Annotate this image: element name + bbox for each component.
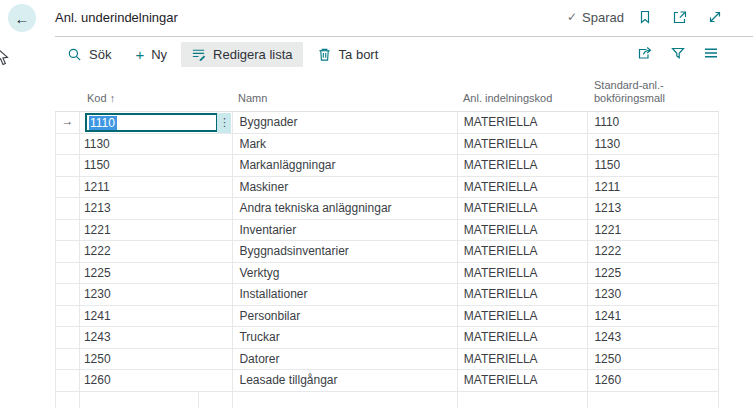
bokforingsmall-cell[interactable]: 1150 — [587, 155, 718, 176]
bokforingsmall-cell[interactable]: 1222 — [587, 241, 718, 262]
row-selector-cell[interactable] — [56, 263, 79, 284]
table-row[interactable]: 1130MarkMATERIELLA1130 — [55, 134, 719, 156]
indelningskod-cell[interactable]: MATERIELLA — [457, 370, 588, 391]
namn-cell[interactable]: Markanläggningar — [232, 155, 456, 176]
row-selector-cell[interactable]: → — [56, 112, 79, 133]
row-selector-cell[interactable] — [56, 370, 79, 391]
table-row[interactable]: 1243TruckarMATERIELLA1243 — [55, 327, 719, 349]
list-options-icon[interactable] — [703, 45, 719, 61]
kod-cell[interactable]: 1150 — [79, 155, 233, 176]
back-button[interactable]: ← — [8, 4, 36, 32]
kod-cell[interactable]: 1130 — [79, 134, 233, 155]
column-header-namn[interactable]: Namn — [232, 92, 457, 111]
namn-cell[interactable]: Andra tekniska anläggningar — [232, 198, 456, 219]
table-row[interactable]: 1230InstallationerMATERIELLA1230 — [55, 284, 719, 306]
table-row[interactable]: →1110⋮ByggnaderMATERIELLA1110 — [55, 112, 719, 134]
kod-cell[interactable]: 1221 — [79, 220, 233, 241]
kod-cell[interactable]: 1110⋮ — [79, 112, 233, 133]
kod-cell[interactable]: 1211 — [79, 177, 233, 198]
bokforingsmall-cell[interactable]: 1260 — [587, 370, 718, 391]
share-icon[interactable] — [637, 45, 653, 61]
namn-cell[interactable]: Byggnadsinventarier — [232, 241, 456, 262]
kod-cell[interactable]: 1230 — [79, 284, 233, 305]
column-header-kod[interactable]: Kod ↑ — [78, 92, 232, 111]
namn-cell[interactable]: Datorer — [232, 349, 456, 370]
edit-list-button[interactable]: Redigera lista — [181, 42, 303, 67]
table-row[interactable]: 1211MaskinerMATERIELLA1211 — [55, 177, 719, 199]
indelningskod-cell[interactable]: MATERIELLA — [457, 134, 588, 155]
indelningskod-cell[interactable]: MATERIELLA — [457, 284, 588, 305]
indelningskod-cell[interactable]: MATERIELLA — [457, 349, 588, 370]
indelningskod-cell[interactable]: MATERIELLA — [457, 198, 588, 219]
bokforingsmall-cell[interactable]: 1250 — [587, 349, 718, 370]
row-selector-cell[interactable] — [56, 284, 79, 305]
bokforingsmall-cell[interactable]: 1110 — [587, 112, 718, 133]
kod-cell[interactable]: 1241 — [79, 306, 233, 327]
bokforingsmall-cell[interactable]: 1230 — [587, 284, 718, 305]
indelningskod-cell[interactable] — [457, 392, 588, 408]
kod-cell[interactable] — [79, 392, 198, 408]
row-selector-cell[interactable] — [56, 392, 79, 408]
indelningskod-cell[interactable]: MATERIELLA — [457, 112, 588, 133]
kod-cell[interactable]: 1260 — [79, 370, 233, 391]
bokforingsmall-cell[interactable]: 1130 — [587, 134, 718, 155]
kod-cell-end[interactable] — [198, 392, 233, 408]
table-row[interactable]: 1150MarkanläggningarMATERIELLA1150 — [55, 155, 719, 177]
kod-edit-input[interactable]: 1110 — [85, 113, 218, 132]
row-selector-cell[interactable] — [56, 306, 79, 327]
indelningskod-cell[interactable]: MATERIELLA — [457, 263, 588, 284]
row-selector-cell[interactable] — [56, 220, 79, 241]
namn-cell[interactable]: Installationer — [232, 284, 456, 305]
bookmark-icon[interactable] — [637, 9, 653, 25]
table-row[interactable]: 1221InventarierMATERIELLA1221 — [55, 220, 719, 242]
namn-cell[interactable] — [232, 392, 456, 408]
table-row-empty[interactable] — [55, 392, 719, 408]
bokforingsmall-cell[interactable]: 1211 — [587, 177, 718, 198]
indelningskod-cell[interactable]: MATERIELLA — [457, 155, 588, 176]
namn-cell[interactable]: Inventarier — [232, 220, 456, 241]
bokforingsmall-cell[interactable]: 1241 — [587, 306, 718, 327]
indelningskod-cell[interactable]: MATERIELLA — [457, 177, 588, 198]
namn-cell[interactable]: Maskiner — [232, 177, 456, 198]
row-selector-cell[interactable] — [56, 241, 79, 262]
delete-button[interactable]: Ta bort — [307, 42, 389, 67]
kod-cell[interactable]: 1225 — [79, 263, 233, 284]
bokforingsmall-cell[interactable]: 1213 — [587, 198, 718, 219]
table-row[interactable]: 1250DatorerMATERIELLA1250 — [55, 349, 719, 371]
namn-cell[interactable]: Byggnader — [232, 112, 456, 133]
row-ellipsis-menu[interactable]: ⋮ — [217, 113, 231, 133]
namn-cell[interactable]: Truckar — [232, 327, 456, 348]
search-button[interactable]: Sök — [57, 42, 121, 67]
namn-cell[interactable]: Verktyg — [232, 263, 456, 284]
table-row[interactable]: 1213Andra tekniska anläggningarMATERIELL… — [55, 198, 719, 220]
row-selector-cell[interactable] — [56, 155, 79, 176]
row-selector-cell[interactable] — [56, 349, 79, 370]
bokforingsmall-cell[interactable]: 1243 — [587, 327, 718, 348]
table-row[interactable]: 1241PersonbilarMATERIELLA1241 — [55, 306, 719, 328]
row-selector-cell[interactable] — [56, 134, 79, 155]
row-selector-cell[interactable] — [56, 198, 79, 219]
bokforingsmall-cell[interactable]: 1225 — [587, 263, 718, 284]
table-row[interactable]: 1225VerktygMATERIELLA1225 — [55, 263, 719, 285]
indelningskod-cell[interactable]: MATERIELLA — [457, 306, 588, 327]
namn-cell[interactable]: Personbilar — [232, 306, 456, 327]
table-row[interactable]: 1260Leasade tillgångarMATERIELLA1260 — [55, 370, 719, 392]
indelningskod-cell[interactable]: MATERIELLA — [457, 327, 588, 348]
column-header-bokforingsmall[interactable]: Standard-anl.-bokföringsmall — [588, 79, 706, 112]
namn-cell[interactable]: Mark — [232, 134, 456, 155]
row-selector-cell[interactable] — [56, 177, 79, 198]
bokforingsmall-cell[interactable] — [587, 392, 718, 408]
open-in-new-window-icon[interactable] — [672, 9, 688, 25]
kod-cell[interactable]: 1213 — [79, 198, 233, 219]
kod-cell[interactable]: 1222 — [79, 241, 233, 262]
indelningskod-cell[interactable]: MATERIELLA — [457, 220, 588, 241]
row-selector-cell[interactable] — [56, 327, 79, 348]
expand-fullscreen-icon[interactable] — [707, 9, 723, 25]
bokforingsmall-cell[interactable]: 1221 — [587, 220, 718, 241]
kod-cell[interactable]: 1243 — [79, 327, 233, 348]
namn-cell[interactable]: Leasade tillgångar — [232, 370, 456, 391]
table-row[interactable]: 1222ByggnadsinventarierMATERIELLA1222 — [55, 241, 719, 263]
indelningskod-cell[interactable]: MATERIELLA — [457, 241, 588, 262]
column-header-indelningskod[interactable]: Anl. indelningskod — [457, 92, 588, 111]
kod-cell[interactable]: 1250 — [79, 349, 233, 370]
